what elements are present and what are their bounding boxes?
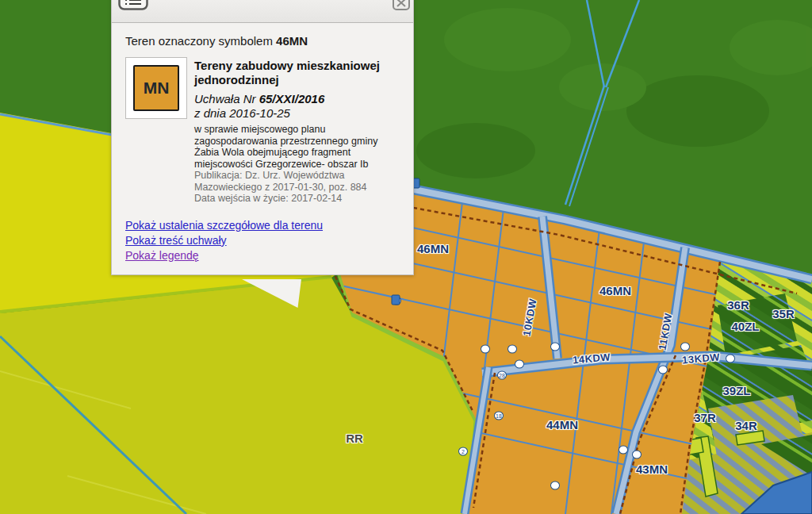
boundary-vertex-marker: [515, 360, 524, 369]
boundary-vertex-marker: [550, 343, 560, 351]
boundary-vertex-marker: 28: [497, 371, 507, 380]
map-label-36r[interactable]: 36R: [727, 298, 749, 312]
popup-link-0[interactable]: Pokaż ustalenia szczegółowe dla terenu: [125, 218, 400, 233]
map-label-35r[interactable]: 35R: [772, 307, 795, 320]
popup-link-1[interactable]: Pokaż treść uchwały: [125, 233, 400, 248]
boundary-vertex-marker: [680, 343, 690, 351]
effective-date: Data wejścia w życie: 2017-02-14: [194, 193, 400, 205]
popup-header: [112, 0, 413, 23]
map-label-46mn[interactable]: 46MN: [599, 284, 631, 297]
zone-symbol: 46MN: [276, 34, 308, 48]
boundary-vertex-marker: [619, 446, 628, 455]
road-sign-marker-icon: [392, 295, 400, 305]
boundary-vertex-marker: [481, 345, 490, 354]
map-label-37r[interactable]: 37R: [694, 411, 716, 424]
map-label-rr[interactable]: RR: [346, 432, 363, 445]
map-viewer: 46MN46MN44MN43MN36R35R40ZL39ZL37R34RRR10…: [0, 0, 812, 514]
map-label-43mn[interactable]: 43MN: [636, 462, 668, 476]
map-label-39zl[interactable]: 39ZL: [722, 384, 750, 397]
boundary-vertex-marker: [726, 355, 735, 363]
close-icon[interactable]: [393, 0, 410, 13]
map-label-46mn[interactable]: 46MN: [417, 242, 449, 255]
popup-link-2[interactable]: Pokaż legendę: [125, 248, 400, 263]
popup-links: Pokaż ustalenia szczegółowe dla terenuPo…: [125, 218, 400, 263]
popup-title: Teren oznaczony symbolem 46MN: [125, 34, 400, 48]
map-label-44mn[interactable]: 44MN: [546, 418, 578, 432]
boundary-vertex-marker: [632, 451, 642, 459]
resolution-number: Uchwała Nr 65/XXI/2016: [194, 92, 400, 106]
boundary-vertex-marker: [508, 345, 517, 354]
resolution-date: z dnia 2016-10-25: [194, 106, 400, 121]
map-label-34r[interactable]: 34R: [735, 419, 757, 432]
zone-name: Tereny zabudowy mieszkaniowej jednorodzi…: [194, 59, 400, 87]
zone-info-popup: Teren oznaczony symbolem 46MN MN Tereny …: [111, 0, 414, 275]
boundary-vertex-marker: 18: [494, 412, 504, 420]
layers-list-bubble-icon[interactable]: [118, 0, 148, 16]
plan-description: w sprawie miejscowego planu zagospodarow…: [194, 124, 400, 170]
map-label-40zl[interactable]: 40ZL: [731, 320, 759, 333]
zone-swatch-mn: MN: [133, 65, 179, 111]
boundary-vertex-marker: 2: [458, 447, 468, 456]
publication-info: Publikacja: Dz. Urz. Województwa Mazowie…: [194, 170, 400, 193]
popup-body: Teren oznaczony symbolem 46MN MN Tereny …: [112, 23, 413, 274]
boundary-vertex-marker: [550, 481, 560, 490]
zone-legend-swatch: MN: [125, 57, 187, 119]
boundary-vertex-marker: [658, 366, 668, 374]
